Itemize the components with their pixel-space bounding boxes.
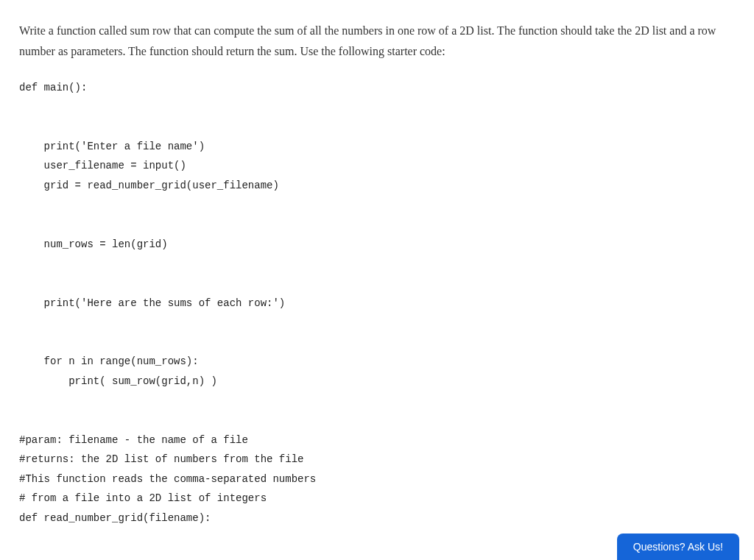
problem-description: Write a function called sum row that can… xyxy=(19,21,735,62)
code-block: def main(): print('Enter a file name') u… xyxy=(19,78,735,560)
ask-us-button[interactable]: Questions? Ask Us! xyxy=(617,534,739,560)
